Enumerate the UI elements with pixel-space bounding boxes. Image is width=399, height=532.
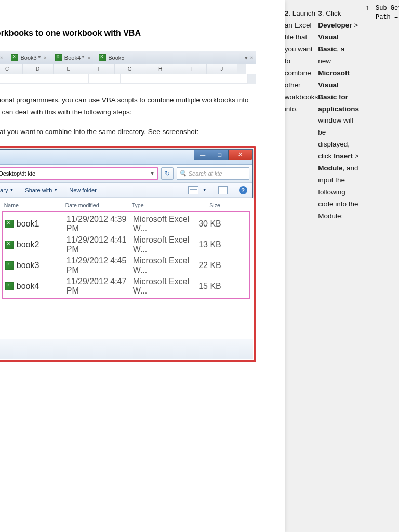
- tab-label: Book3 *: [20, 55, 41, 61]
- col-date[interactable]: Date modified: [65, 202, 132, 208]
- file-name: book2: [17, 240, 66, 249]
- col-header[interactable]: F: [84, 64, 115, 74]
- code-line: Path = "C:\Users\dt\Desktop\dt kte\": [376, 14, 399, 21]
- search-input[interactable]: 🔍 Search dt kte: [177, 167, 249, 180]
- cell[interactable]: [216, 74, 248, 84]
- file-type: Microsoft Excel W...: [133, 277, 195, 296]
- tab-label: Book4 *: [64, 55, 85, 61]
- cell[interactable]: [57, 74, 89, 84]
- col-header[interactable]: G: [115, 64, 145, 74]
- excel-tab-book2[interactable]: Book2 * ×: [0, 52, 6, 63]
- col-type[interactable]: Type: [132, 202, 194, 208]
- document-page: Combine multiple workbooks to one workbo…: [0, 0, 285, 532]
- file-date: 11/29/2012 4:47 PM: [66, 277, 133, 296]
- file-row[interactable]: book2 11/29/2012 4:41 PM Microsoft Excel…: [4, 234, 248, 255]
- excel-icon: [99, 54, 106, 61]
- close-icon[interactable]: ×: [87, 55, 90, 61]
- file-row[interactable]: book4 11/29/2012 4:47 PM Microsoft Excel…: [4, 276, 248, 297]
- file-row[interactable]: book1 11/29/2012 4:39 PM Microsoft Excel…: [4, 214, 248, 234]
- step-2: 2. Launch an Excel file that you want to…: [285, 8, 318, 524]
- file-size: 22 KB: [195, 261, 221, 270]
- file-list: Name Date modified Type Size book1 11/29…: [0, 198, 253, 339]
- chevron-down-icon[interactable]: ▼: [150, 171, 155, 176]
- scrollbar[interactable]: [248, 74, 256, 84]
- cell[interactable]: [89, 74, 121, 84]
- cell[interactable]: [184, 74, 216, 84]
- col-header[interactable]: J: [207, 64, 237, 74]
- toolbar: Organize▼ Include in library▼ Share with…: [0, 183, 252, 198]
- tab-label: Book5: [108, 55, 124, 61]
- cursor-caret: [38, 170, 38, 177]
- close-all-icon[interactable]: ×: [250, 55, 253, 61]
- col-header[interactable]: C: [0, 64, 23, 74]
- new-folder-button[interactable]: New folder: [69, 187, 97, 193]
- line-number: 1: [359, 4, 376, 532]
- cell[interactable]: [25, 74, 57, 84]
- excel-screenshot: Book1 * × Book2 * × Book3 * × Book4 * × …: [0, 51, 256, 84]
- minimize-button[interactable]: —: [194, 150, 211, 160]
- include-menu[interactable]: Include in library▼: [0, 187, 14, 193]
- explorer-body: ★Favorites Desktop Downloads Recent Plac…: [0, 198, 253, 339]
- excel-tab-book5[interactable]: Book5: [95, 52, 128, 63]
- chevron-down-icon[interactable]: ▾: [245, 55, 248, 61]
- maximize-button[interactable]: □: [211, 150, 229, 160]
- file-name: book3: [17, 261, 66, 270]
- col-header[interactable]: H: [145, 64, 176, 74]
- step-text: . Put all the workbooks that you want to…: [0, 128, 198, 136]
- file-row[interactable]: book3 11/29/2012 4:45 PM Microsoft Excel…: [4, 255, 248, 276]
- t: . Click: [322, 9, 341, 17]
- file-highlight-box: book1 11/29/2012 4:39 PM Microsoft Excel…: [2, 211, 250, 299]
- file-date: 11/29/2012 4:39 PM: [66, 215, 133, 233]
- share-menu[interactable]: Share with▼: [25, 187, 58, 193]
- close-icon[interactable]: ×: [44, 55, 47, 61]
- address-path: C:\Users\dt\Desktop\dt kte: [0, 170, 35, 177]
- cell[interactable]: [121, 74, 152, 84]
- search-placeholder: Search dt kte: [189, 170, 222, 177]
- col-size[interactable]: Size: [194, 202, 220, 208]
- help-button[interactable]: ?: [239, 186, 247, 194]
- refresh-button[interactable]: ↻: [161, 167, 174, 180]
- file-size: 13 KB: [195, 240, 221, 249]
- excel-grid: ◢ A B C D E F G H I J 1 Book 1: [0, 64, 256, 84]
- t: Developer: [318, 21, 352, 29]
- file-type: Microsoft Excel W...: [133, 235, 195, 254]
- chevron-down-icon: ▼: [54, 188, 58, 192]
- col-header[interactable]: I: [176, 64, 207, 74]
- view-options-button[interactable]: [188, 186, 198, 194]
- code-content: Sub GetSheets() Path = "C:\Users\dt\Desk…: [376, 4, 399, 532]
- step-text: . Launch an Excel file that you want to …: [285, 9, 318, 113]
- file-type: Microsoft Excel W...: [133, 256, 195, 275]
- step-number: 3: [318, 9, 322, 17]
- toolbar-label: New folder: [69, 187, 97, 193]
- file-size: 30 KB: [195, 219, 221, 229]
- scrollbar[interactable]: [237, 64, 246, 74]
- excel-tab-book4[interactable]: Book4 * ×: [51, 52, 94, 63]
- t: applications: [318, 105, 359, 113]
- preview-pane-button[interactable]: [218, 186, 228, 194]
- excel-tab-book3[interactable]: Book3 * ×: [7, 52, 50, 63]
- file-size: 15 KB: [195, 282, 221, 291]
- excel-icon: [55, 54, 62, 61]
- col-header[interactable]: D: [23, 64, 54, 74]
- step-1: 1. Put all the workbooks that you want t…: [0, 126, 256, 138]
- address-bar[interactable]: C:\Users\dt\Desktop\dt kte ▼: [0, 167, 158, 180]
- close-icon[interactable]: ×: [0, 55, 3, 61]
- search-icon: 🔍: [179, 170, 187, 177]
- chevron-down-icon[interactable]: ▼: [203, 188, 207, 192]
- t: Visual Basic: [318, 33, 339, 53]
- t: Module: [318, 164, 342, 172]
- cell[interactable]: [152, 74, 184, 84]
- status-bar: 4 items: [0, 339, 253, 359]
- col-header[interactable]: E: [54, 64, 84, 74]
- excel-file-icon: [5, 220, 14, 228]
- cell[interactable]: [0, 74, 25, 84]
- nav-bar: ◄ ► C:\Users\dt\Desktop\dt kte ▼ ↻ 🔍 Sea…: [0, 165, 252, 183]
- page-title: Combine multiple workbooks to one workbo…: [0, 29, 256, 38]
- excel-icon: [11, 54, 18, 61]
- file-name: book1: [17, 219, 66, 229]
- close-button[interactable]: ✕: [229, 150, 252, 160]
- col-name[interactable]: Name: [2, 202, 65, 208]
- toolbar-label: Share with: [25, 187, 52, 193]
- excel-file-icon: [5, 261, 14, 270]
- toolbar-label: Include in library: [0, 187, 8, 193]
